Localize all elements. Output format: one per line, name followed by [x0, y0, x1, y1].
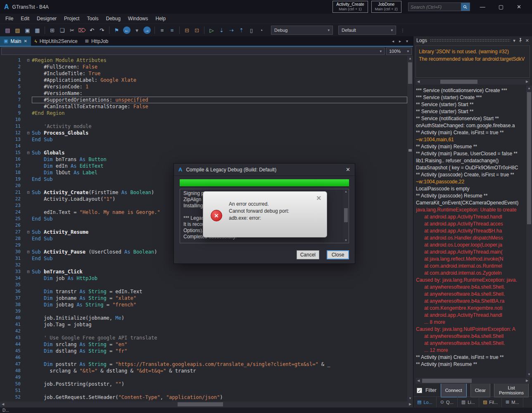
code-line[interactable]: 2 #FullScreen: False	[0, 64, 407, 70]
redo-icon[interactable]: ↷	[97, 26, 106, 35]
code-line[interactable]: 38 Dim jobtag As String = "french"	[0, 301, 407, 308]
connect-button[interactable]: Connect	[441, 383, 467, 397]
code-line[interactable]: 7 #SupportedOrientations: unspecified	[0, 97, 407, 103]
nav-forward-icon[interactable]: →	[143, 26, 151, 34]
code-line[interactable]: 4 #ApplicationLabel: Google Xlate	[0, 77, 407, 83]
code-line[interactable]: 42	[0, 328, 407, 335]
tab-nav-icon[interactable]: ▸	[399, 39, 401, 43]
menu-item-designer[interactable]: Designer	[33, 14, 60, 23]
tab-nav-icon[interactable]: ◂	[392, 39, 394, 43]
code-line[interactable]: 37 Dim jobname As String = "xlate"	[0, 295, 407, 301]
tab-httpjob[interactable]: ⊞HttpJob	[81, 36, 112, 46]
bottom-tab-fil[interactable]: ▨Fil...	[479, 397, 502, 407]
scroll-left-icon[interactable]: ◀	[0, 401, 6, 407]
log-list[interactable]: *** Service (notificationservice) Create…	[416, 85, 526, 377]
code-line[interactable]: 34 Dim job As HttpJob	[0, 275, 407, 282]
close-icon[interactable]: ✕	[525, 38, 529, 43]
bottom-tab-li[interactable]: ▥Li...	[458, 397, 479, 407]
step-out-icon[interactable]: ⇡	[237, 26, 246, 35]
code-line[interactable]: 16 Dim bnTrans As Button	[0, 156, 407, 163]
code-line[interactable]: 3 #IncludeTitle: True	[0, 70, 407, 77]
warnings-horizontal-scrollbar[interactable]: ◀ ▶	[416, 79, 530, 85]
search-button[interactable]: ⚲	[461, 3, 470, 11]
visual-designer-icon[interactable]: ⊡	[192, 26, 201, 35]
delete-icon[interactable]: ⌦	[78, 26, 86, 35]
code-line[interactable]: 46	[0, 354, 407, 361]
members-select[interactable]: ▾	[1, 47, 385, 55]
indent-increase-icon[interactable]: ≡	[168, 26, 176, 35]
scroll-up-icon[interactable]: ▲	[343, 189, 349, 194]
pin-icon[interactable]	[518, 38, 522, 43]
run-icon[interactable]: ▷	[207, 26, 216, 35]
fold-marker-icon[interactable]: ⊟	[25, 189, 32, 196]
fold-marker-icon[interactable]: ⊟	[25, 229, 32, 235]
fold-marker-icon[interactable]: ⊟	[25, 130, 32, 136]
editor-horizontal-scrollbar[interactable]: ◀ ▶	[0, 401, 413, 407]
code-line[interactable]: 14	[0, 143, 407, 150]
scroll-right-icon[interactable]: ▶	[407, 401, 413, 407]
fold-marker-icon[interactable]: ⊟	[25, 249, 32, 255]
code-line[interactable]: 47 Dim poststr As String = "https://Tran…	[0, 361, 407, 368]
code-line[interactable]: 39	[0, 308, 407, 315]
logs-horizontal-scrollbar[interactable]: ◀ ▶	[416, 378, 530, 384]
dialog-vertical-scrollbar[interactable]: ▲ ▼	[343, 189, 349, 243]
scroll-down-icon[interactable]: ▼	[407, 396, 413, 401]
shortcut-activity-create-button[interactable]: Activity_Create Main (ctrl + 1)	[332, 1, 368, 13]
scroll-left-icon[interactable]: ◀	[416, 79, 421, 85]
menu-item-edit[interactable]: Edit	[17, 14, 33, 23]
scrollbar-thumb[interactable]	[344, 208, 348, 222]
step-over-icon[interactable]: ⇢	[227, 26, 236, 35]
code-line[interactable]: 48 srclang & "&tl=" & dstlang & "&dt=t&q…	[0, 368, 407, 374]
code-line[interactable]: 40 job.Initialize(jobname, Me)	[0, 315, 407, 321]
bookmark-icon[interactable]: ⚑	[112, 26, 121, 35]
code-line[interactable]: 6 #VersionName:	[0, 90, 407, 97]
code-line[interactable]: 9#End Region	[0, 110, 407, 116]
search-input[interactable]	[408, 5, 461, 9]
tab-nav-icon[interactable]: ▾	[406, 39, 408, 43]
modules-icon[interactable]: ⊞	[48, 26, 57, 35]
zoom-select[interactable]: 100% ▾	[386, 47, 412, 55]
code-line[interactable]: 11 'Activity module	[0, 123, 407, 130]
debug-mode-select[interactable]: Debug ▾	[271, 26, 333, 35]
close-icon[interactable]: ✕	[346, 166, 350, 173]
scroll-up-icon[interactable]: ▲	[407, 56, 413, 62]
code-line[interactable]: 33⊟Sub bnTrans_Click	[0, 268, 407, 275]
code-line[interactable]: 52 job.GetRequest.SetHeader("Content-Typ…	[0, 394, 407, 401]
panel-grip[interactable]	[430, 39, 510, 42]
code-line[interactable]: 41 job.Tag = jobtag	[0, 321, 407, 328]
fold-marker-icon[interactable]: ⊟	[25, 150, 32, 156]
bottom-tab-m[interactable]: ⊞M...	[502, 397, 523, 407]
code-line[interactable]: 35	[0, 282, 407, 288]
timer-icon[interactable]: ◔	[257, 26, 266, 35]
scroll-up-icon[interactable]: ▲	[526, 85, 532, 91]
code-line[interactable]: 43 ' Use Google Free google API translat…	[0, 335, 407, 341]
scroll-right-icon[interactable]: ▶	[524, 378, 530, 384]
code-line[interactable]: 13End Sub	[0, 136, 407, 143]
close-icon[interactable]: ✕	[24, 39, 27, 43]
close-button[interactable]: ✕	[510, 4, 528, 10]
dialog-titlebar[interactable]: A Compile & Legacy Debug (Build: Default…	[174, 164, 355, 176]
scrollbar-thumb[interactable]	[408, 62, 412, 84]
menu-item-project[interactable]: Project	[60, 14, 83, 23]
code-line[interactable]: 5 #VersionCode: 1	[0, 83, 407, 90]
logs-vertical-scrollbar[interactable]: ▲ ▼	[526, 85, 532, 377]
indent-decrease-icon[interactable]: ≡	[158, 26, 166, 35]
warnings-box[interactable]: Library 'JSON' is not used. (warning #32…	[416, 45, 530, 78]
code-line[interactable]: 49	[0, 374, 407, 381]
scrollbar-thumb[interactable]	[422, 379, 472, 383]
code-line[interactable]: 51	[0, 387, 407, 394]
paste-icon[interactable]: ▤	[3, 26, 12, 35]
code-line[interactable]: 45 Dim dstlang As String = "fr"	[0, 348, 407, 354]
cut-icon[interactable]: ✂	[68, 26, 76, 35]
code-line[interactable]: 50 job.PostString(poststr, "")	[0, 381, 407, 387]
maximize-button[interactable]: ▢	[492, 4, 510, 10]
scrollbar-thumb[interactable]	[527, 92, 531, 224]
chevron-down-icon[interactable]: ▾	[513, 38, 515, 43]
code-line[interactable]: 1⊟#Region Module Attributes	[0, 57, 407, 64]
scroll-right-icon[interactable]: ▶	[524, 79, 530, 85]
scroll-down-icon[interactable]: ▼	[526, 372, 532, 377]
code-line[interactable]: 8 #CanInstallToExternalStorage: False	[0, 103, 407, 110]
menu-item-debug[interactable]: Debug	[102, 14, 124, 23]
minimize-button[interactable]: —	[473, 4, 492, 10]
code-line[interactable]: 10	[0, 116, 407, 123]
